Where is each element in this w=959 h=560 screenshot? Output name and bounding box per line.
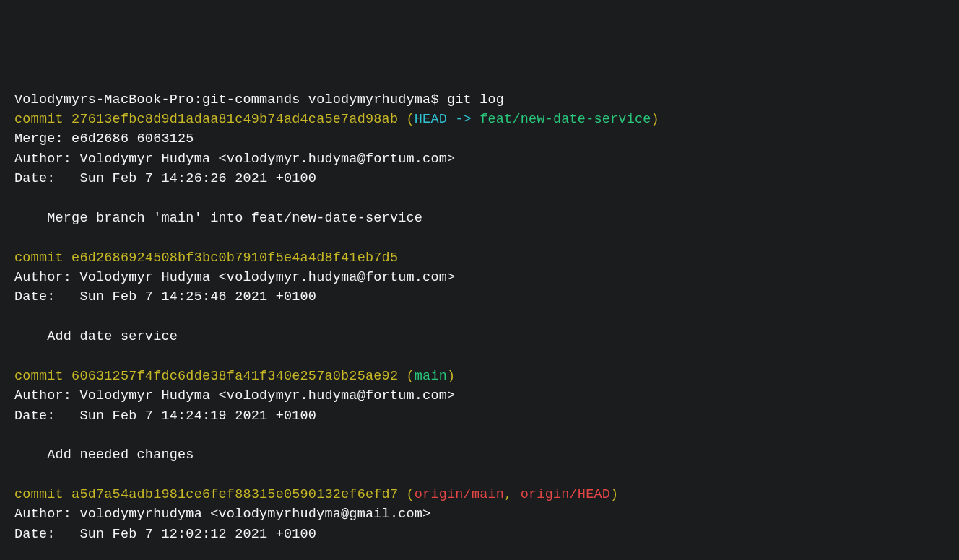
- branch-ref: feat/new-date-service: [480, 112, 651, 127]
- commit-hash: commit 27613efbc8d9d1adaa81c49b74ad4ca5e…: [14, 112, 398, 127]
- author-line: Author: Volodymyr Hudyma <volodymyr.hudy…: [14, 270, 455, 285]
- ref-paren: (: [398, 487, 415, 502]
- commit-message: Add needed changes: [14, 447, 194, 463]
- ref-paren: ): [610, 487, 618, 502]
- remote-ref: origin/HEAD: [521, 487, 610, 502]
- ref-paren: ): [651, 112, 659, 127]
- commit-message: Add date service: [14, 329, 178, 344]
- branch-ref: main: [415, 369, 447, 384]
- date-line: Date: Sun Feb 7 14:24:19 2021 +0100: [14, 408, 316, 424]
- author-line: Author: volodymyrhudyma <volodymyrhudyma…: [14, 507, 430, 522]
- commit-hash: commit 60631257f4fdc6dde38fa41f340e257a0…: [14, 369, 398, 384]
- ref-sep: ,: [504, 487, 521, 502]
- commit-message: Merge branch 'main' into feat/new-date-s…: [14, 211, 422, 226]
- date-line: Date: Sun Feb 7 14:26:26 2021 +0100: [14, 171, 316, 186]
- date-line: Date: Sun Feb 7 14:25:46 2021 +0100: [14, 289, 316, 305]
- commit-hash: commit e6d2686924508bf3bc0b7910f5e4a4d8f…: [14, 250, 398, 266]
- merge-line: Merge: e6d2686 6063125: [14, 131, 194, 146]
- author-line: Author: Volodymyr Hudyma <volodymyr.hudy…: [14, 388, 455, 403]
- ref-paren: (: [398, 369, 415, 384]
- command: git log: [447, 92, 504, 108]
- ref-paren: ): [447, 369, 455, 384]
- terminal-output[interactable]: Volodymyrs-MacBook-Pro:git-commands volo…: [14, 90, 945, 561]
- head-ref: HEAD ->: [415, 112, 480, 127]
- date-line: Date: Sun Feb 7 12:02:12 2021 +0100: [14, 527, 316, 542]
- prompt-line: Volodymyrs-MacBook-Pro:git-commands volo…: [14, 92, 504, 108]
- commit-hash: commit a5d7a54adb1981ce6fef88315e0590132…: [14, 487, 398, 502]
- remote-ref: origin/main: [415, 487, 504, 502]
- author-line: Author: Volodymyr Hudyma <volodymyr.hudy…: [14, 152, 455, 167]
- ref-paren: (: [398, 112, 415, 127]
